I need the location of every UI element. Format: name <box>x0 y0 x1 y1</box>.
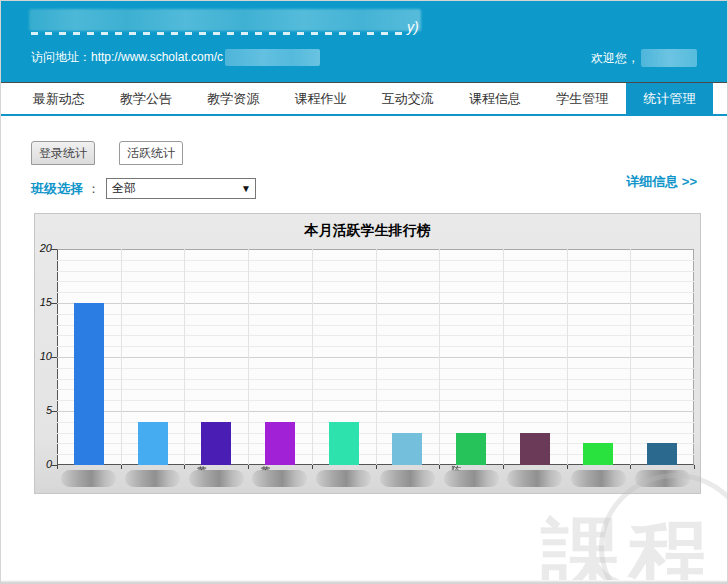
bottom-border <box>1 580 727 583</box>
course-title-fragment-strip <box>31 32 403 35</box>
x-label-redacted <box>61 470 116 487</box>
x-axis-tick <box>312 465 313 469</box>
x-axis-tick <box>248 465 249 469</box>
y-axis-label: 5 <box>35 404 52 416</box>
nav-item-active[interactable]: 统计管理 <box>626 83 713 114</box>
gridline <box>376 249 377 465</box>
subtab[interactable]: 活跃统计 <box>119 141 183 165</box>
chevron-down-icon: ▼ <box>241 183 251 194</box>
class-select[interactable]: 全部 ▼ <box>106 178 256 199</box>
gridline <box>184 249 185 465</box>
course-title-fragment: y) <box>407 19 419 35</box>
label-separator: ： <box>87 180 100 198</box>
redacted-username <box>641 49 697 67</box>
gridline <box>439 249 440 465</box>
nav-item-tab[interactable]: 课程作业 <box>277 83 364 114</box>
x-label-fragment: 黄 <box>197 464 207 478</box>
x-label-fragment: 黄 <box>260 464 270 478</box>
watermark-text: 課程 <box>541 503 717 584</box>
nav-item-tab[interactable]: 教学公告 <box>102 83 189 114</box>
x-axis-tick <box>567 465 568 469</box>
y-axis-tick <box>51 357 57 358</box>
y-axis-label: 0 <box>35 458 52 470</box>
stat-subtabs: 登录统计活跃统计 <box>31 141 183 165</box>
x-label-redacted: 陈 <box>444 470 499 487</box>
subtab[interactable]: 登录统计 <box>31 141 95 165</box>
nav-item-tab[interactable]: 最新动态 <box>15 83 102 114</box>
x-axis-tick <box>630 465 631 469</box>
nav-item-tab[interactable]: 互动交流 <box>364 83 451 114</box>
chart-title: 本月活跃学生排行榜 <box>35 222 700 240</box>
gridline <box>630 249 631 465</box>
x-label-redacted <box>125 470 180 487</box>
nav-tabs: 最新动态教学公告教学资源课程作业互动交流课程信息学生管理统计管理 <box>1 82 727 116</box>
gridline <box>312 249 313 465</box>
x-axis-tick <box>439 465 440 469</box>
gridline <box>567 249 568 465</box>
x-axis-tick <box>57 465 58 469</box>
redacted-url-suffix <box>225 49 320 66</box>
x-label-fragment: 陈 <box>452 464 462 478</box>
x-label-redacted <box>635 470 690 487</box>
details-link[interactable]: 详细信息 >> <box>626 173 697 191</box>
x-axis-tick <box>503 465 504 469</box>
x-label-redacted <box>507 470 562 487</box>
bar <box>329 422 359 465</box>
bar <box>456 433 486 465</box>
class-select-label: 班级选择 <box>31 180 83 198</box>
x-label-redacted: 黄 <box>189 470 244 487</box>
x-axis-tick <box>694 465 695 469</box>
class-select-value: 全部 <box>112 180 136 197</box>
x-axis-tick <box>121 465 122 469</box>
y-axis-label: 15 <box>35 296 52 308</box>
gridline <box>121 249 122 465</box>
header-banner: y) 访问地址：http://www.scholat.com/c 欢迎您， <box>1 1 727 82</box>
nav-item-tab[interactable]: 教学资源 <box>190 83 277 114</box>
bar <box>201 422 231 465</box>
class-filter-row: 班级选择 ： 全部 ▼ <box>31 178 256 199</box>
y-axis-tick <box>51 411 57 412</box>
visit-url-text: 访问地址：http://www.scholat.com/c <box>31 49 223 66</box>
bar <box>520 433 550 465</box>
bar <box>265 422 295 465</box>
x-axis-tick <box>184 465 185 469</box>
x-label-redacted <box>316 470 371 487</box>
welcome-text: 欢迎您， <box>591 50 639 67</box>
bar <box>583 443 613 465</box>
gridline <box>248 249 249 465</box>
bar <box>74 303 104 465</box>
x-axis-tick <box>376 465 377 469</box>
y-axis-label: 10 <box>35 350 52 362</box>
nav-item-tab[interactable]: 学生管理 <box>539 83 626 114</box>
bar-chart: 本月活跃学生排行榜 05101520黄黄陈 <box>34 213 701 494</box>
main-content: 登录统计活跃统计 班级选择 ： 全部 ▼ 详细信息 >> 本月活跃学生排行榜 0… <box>1 118 727 584</box>
nav-item-tab[interactable]: 课程信息 <box>451 83 538 114</box>
y-axis-label: 20 <box>35 242 52 254</box>
x-label-redacted <box>571 470 626 487</box>
gridline <box>503 249 504 465</box>
bar <box>392 433 422 465</box>
bar <box>647 443 677 465</box>
bar <box>138 422 168 465</box>
y-axis-tick <box>51 303 57 304</box>
y-axis-tick <box>51 249 57 250</box>
x-label-redacted <box>380 470 435 487</box>
x-label-redacted: 黄 <box>252 470 307 487</box>
page: y) 访问地址：http://www.scholat.com/c 欢迎您， 最新… <box>0 0 728 584</box>
redacted-course-title <box>29 9 421 31</box>
watermark: 課程 <box>541 503 717 584</box>
